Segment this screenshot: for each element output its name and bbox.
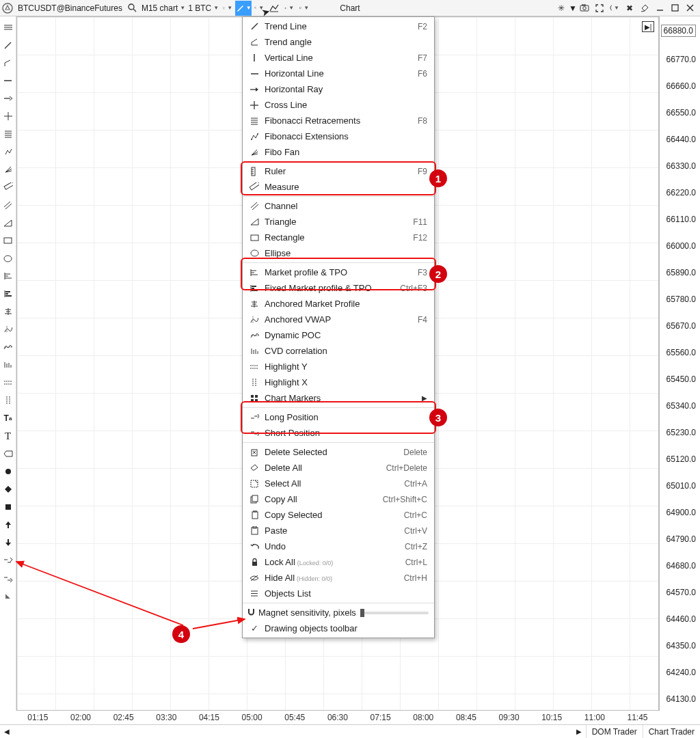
tool-stack-icon[interactable] xyxy=(2,22,14,33)
tool-square-icon[interactable] xyxy=(2,502,14,512)
tool-arrowdown-icon[interactable] xyxy=(2,537,14,548)
pin-icon[interactable] xyxy=(638,2,651,14)
tool-text-icon[interactable]: T xyxy=(2,430,14,441)
tool-dot-icon[interactable] xyxy=(2,466,14,477)
menu-ellipse[interactable]: Ellipse xyxy=(243,245,434,261)
timeframe-selector[interactable]: M15 chart▼ xyxy=(140,3,187,13)
menu-long-position[interactable]: Long Position xyxy=(243,409,434,425)
menu-anchored-mprofile[interactable]: Anchored Market Profile xyxy=(243,296,434,312)
menu-dynamic-poc[interactable]: Dynamic POC xyxy=(243,327,434,343)
tool-hly-icon[interactable] xyxy=(2,377,14,388)
settings-icon[interactable]: ✖ xyxy=(623,2,636,14)
tool-long-icon[interactable] xyxy=(2,555,14,566)
chart-trader-button[interactable]: Chart Trader xyxy=(643,725,700,738)
drawing-tools-button[interactable]: ▼ xyxy=(235,1,252,16)
tool-diamond-icon[interactable] xyxy=(2,484,14,495)
tool-avwap-icon[interactable] xyxy=(2,324,14,335)
maximize-icon[interactable] xyxy=(669,2,681,14)
menu-anchored-vwap[interactable]: Anchored VWAPF4 xyxy=(243,312,434,327)
menu-magnet-sensitivity[interactable]: Magnet sensitivity, pixels xyxy=(243,605,434,620)
menu-vline[interactable]: Vertical LineF7 xyxy=(243,50,434,66)
tool-mprofile-icon[interactable] xyxy=(2,271,14,282)
menu-measure[interactable]: Measure xyxy=(243,179,434,195)
camera-icon[interactable] xyxy=(578,2,591,14)
tool-pricelabel-icon[interactable] xyxy=(2,448,14,459)
play-forward-icon[interactable]: ▶| xyxy=(642,21,654,32)
tool-textlabel-icon[interactable]: Ta xyxy=(2,413,14,424)
symbol-selector[interactable]: BTCUSDT@BinanceFutures xyxy=(15,3,125,13)
menu-channel[interactable]: Channel xyxy=(243,198,434,214)
tool-fmprofile-icon[interactable] xyxy=(2,288,14,299)
menu-fibofan[interactable]: Fibo Fan xyxy=(243,144,434,160)
tool-cross-icon[interactable] xyxy=(2,111,14,122)
scroll-right-icon[interactable]: ▶ xyxy=(572,728,586,735)
copy-icon xyxy=(247,510,262,519)
menu-ruler[interactable]: RulerF9 xyxy=(243,163,434,179)
tool-hlx-icon[interactable] xyxy=(2,395,14,406)
spark-icon[interactable]: ✳ xyxy=(555,2,567,14)
menu-copy-selected[interactable]: Copy SelectedCtrl+C xyxy=(243,507,434,523)
tool-triangle-icon[interactable] xyxy=(2,217,14,228)
scroll-left-icon[interactable]: ◀ xyxy=(0,728,14,735)
menu-highlight-x[interactable]: Highlight X xyxy=(243,374,434,390)
menu-drawing-toolbar-toggle[interactable]: ✓Drawing objects toolbar xyxy=(243,620,434,636)
fullscreen-icon[interactable] xyxy=(593,2,606,14)
menu-cvd[interactable]: CVD correlation xyxy=(243,343,434,359)
close-icon[interactable] xyxy=(684,2,696,14)
menu-short-position[interactable]: Short Position xyxy=(243,425,434,441)
tool-angle-icon[interactable] xyxy=(2,57,14,68)
menu-fib-retracements[interactable]: Fibonacci RetracementsF8 xyxy=(243,113,434,128)
menu-lock-all[interactable]: Lock All(Locked: 0/0)Ctrl+L xyxy=(243,554,434,570)
price-axis[interactable]: 66880.0 66770.0 66660.0 66550.0 66440.0 … xyxy=(659,16,700,711)
tool-hline-icon[interactable] xyxy=(2,75,14,86)
tool-channel-icon[interactable] xyxy=(2,200,14,210)
circle-icon[interactable]: ▼ xyxy=(608,2,621,14)
tool-ruler-icon[interactable] xyxy=(2,182,14,193)
chart-type-icon[interactable] xyxy=(268,2,280,14)
magnet-slider[interactable] xyxy=(360,612,429,614)
menu-delete-selected[interactable]: Delete SelectedDelete xyxy=(243,444,434,460)
tool-collapse-icon[interactable]: ◣ xyxy=(2,590,14,601)
menu-rectangle[interactable]: RectangleF12 xyxy=(243,230,434,245)
search-icon[interactable] xyxy=(126,2,139,14)
dom-trader-button[interactable]: DOM Trader xyxy=(586,725,643,738)
menu-delete-all[interactable]: Delete AllCtrl+Delete xyxy=(243,460,434,476)
display-mode-icon[interactable]: ▼ xyxy=(221,2,234,14)
menu-fib-extensions[interactable]: Fibonacci Extensions xyxy=(243,128,434,144)
menu-hray[interactable]: Horizontal Ray xyxy=(243,81,434,97)
menu-fixed-market-profile[interactable]: Fixed Market profile & TPOCtrl+F3 xyxy=(243,280,434,296)
menu-chart-markers[interactable]: Chart Markers▶ xyxy=(243,390,434,406)
menu-undo[interactable]: UndoCtrl+Z xyxy=(243,538,434,554)
time-axis[interactable]: 01:15 02:00 02:45 03:30 04:15 05:00 05:4… xyxy=(16,711,659,724)
menu-cross[interactable]: Cross Line xyxy=(243,97,434,113)
tool-short-icon[interactable] xyxy=(2,573,14,584)
tool-trendline-icon[interactable] xyxy=(2,40,14,51)
tool-dpoc-icon[interactable] xyxy=(2,342,14,353)
layers-icon[interactable]: ▼ xyxy=(298,2,310,14)
tool-rect-icon[interactable] xyxy=(2,235,14,246)
minimize-icon[interactable] xyxy=(654,2,666,14)
menu-hline[interactable]: Horizontal LineF6 xyxy=(243,66,434,81)
tool-anchprofile-icon[interactable] xyxy=(2,306,14,317)
y-tick: 66440.0 xyxy=(667,135,696,144)
tool-fibofan-icon[interactable] xyxy=(2,164,14,175)
menu-market-profile[interactable]: Market profile & TPOF3 xyxy=(243,264,434,280)
tool-fibext-icon[interactable] xyxy=(2,146,14,157)
tool-cvd-icon[interactable] xyxy=(2,359,14,370)
tool-ellipse-icon[interactable] xyxy=(2,253,14,264)
quantity-selector[interactable]: 1 BTC▼ xyxy=(187,3,220,13)
menu-triangle[interactable]: TriangleF11 xyxy=(243,214,434,230)
menu-select-all[interactable]: Select AllCtrl+A xyxy=(243,476,434,491)
tool-fib-icon[interactable] xyxy=(2,128,14,139)
tool-hray-icon[interactable] xyxy=(2,93,14,104)
menu-trendline[interactable]: Trend LineF2 xyxy=(243,18,434,34)
zoom-icon[interactable]: ▼ xyxy=(253,2,265,14)
tool-arrowup-icon[interactable] xyxy=(2,519,14,530)
menu-highlight-y[interactable]: Highlight Y xyxy=(243,359,434,374)
menu-hide-all[interactable]: Hide All(Hidden: 0/0)Ctrl+H xyxy=(243,570,434,586)
add-icon[interactable]: ▼ xyxy=(283,2,295,14)
menu-copy-all[interactable]: Copy AllCtrl+Shift+C xyxy=(243,491,434,507)
menu-objects-list[interactable]: Objects List xyxy=(243,586,434,601)
menu-paste[interactable]: PasteCtrl+V xyxy=(243,523,434,538)
menu-trendangle[interactable]: Trend angle xyxy=(243,34,434,50)
